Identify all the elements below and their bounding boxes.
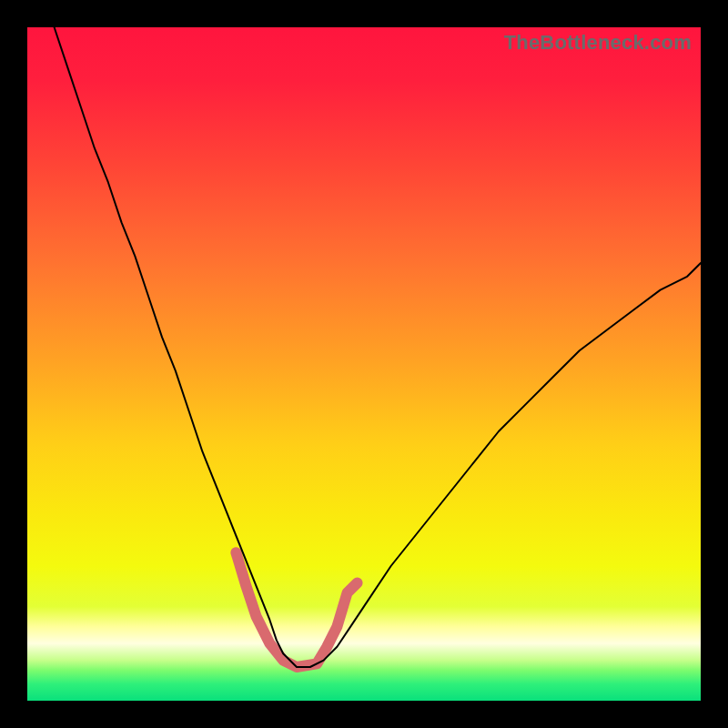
bottleneck-curve [55,27,701,667]
chart-frame: TheBottleneck.com [0,0,728,728]
valley-marker [236,552,357,667]
curve-layer [27,27,701,701]
watermark-text: TheBottleneck.com [504,31,692,55]
plot-area: TheBottleneck.com [27,27,701,701]
